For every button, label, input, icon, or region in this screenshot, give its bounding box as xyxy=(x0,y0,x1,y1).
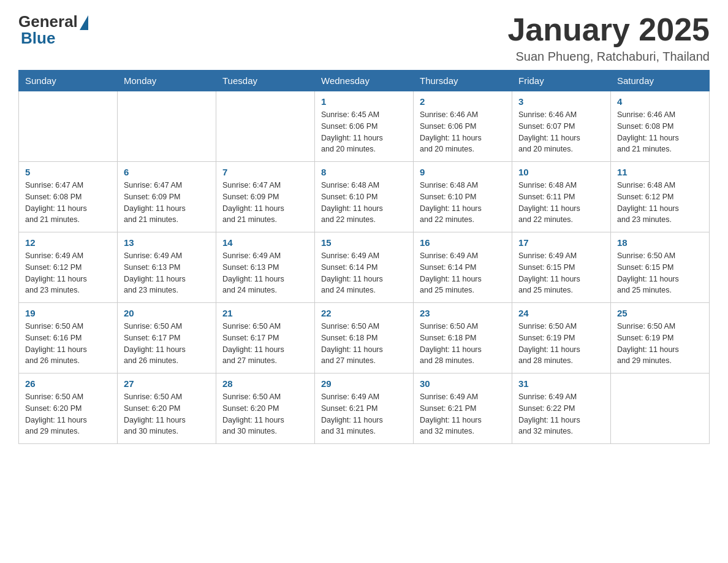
day-info: Sunrise: 6:50 AM Sunset: 6:19 PM Dayligh… xyxy=(617,321,703,367)
calendar-cell: 21Sunrise: 6:50 AM Sunset: 6:17 PM Dayli… xyxy=(216,303,315,373)
day-number: 15 xyxy=(321,237,407,248)
day-info: Sunrise: 6:50 AM Sunset: 6:16 PM Dayligh… xyxy=(25,321,111,367)
calendar-cell: 27Sunrise: 6:50 AM Sunset: 6:20 PM Dayli… xyxy=(118,373,216,444)
week-row-5: 26Sunrise: 6:50 AM Sunset: 6:20 PM Dayli… xyxy=(19,373,710,444)
logo-blue-text: Blue xyxy=(18,29,55,48)
day-info: Sunrise: 6:48 AM Sunset: 6:10 PM Dayligh… xyxy=(321,180,407,226)
day-info: Sunrise: 6:49 AM Sunset: 6:15 PM Dayligh… xyxy=(518,250,604,296)
calendar-header-row: SundayMondayTuesdayWednesdayThursdayFrid… xyxy=(19,71,710,91)
calendar-cell: 31Sunrise: 6:49 AM Sunset: 6:22 PM Dayli… xyxy=(512,373,611,444)
calendar-cell xyxy=(611,373,710,444)
calendar-cell: 25Sunrise: 6:50 AM Sunset: 6:19 PM Dayli… xyxy=(611,303,710,373)
column-header-saturday: Saturday xyxy=(611,71,710,91)
calendar-cell: 20Sunrise: 6:50 AM Sunset: 6:17 PM Dayli… xyxy=(118,303,216,373)
week-row-1: 1Sunrise: 6:45 AM Sunset: 6:06 PM Daylig… xyxy=(19,91,710,162)
day-number: 21 xyxy=(222,308,308,318)
day-info: Sunrise: 6:48 AM Sunset: 6:12 PM Dayligh… xyxy=(617,180,703,226)
day-info: Sunrise: 6:50 AM Sunset: 6:20 PM Dayligh… xyxy=(124,391,210,437)
column-header-tuesday: Tuesday xyxy=(216,71,315,91)
calendar-cell xyxy=(216,91,315,162)
day-info: Sunrise: 6:50 AM Sunset: 6:20 PM Dayligh… xyxy=(25,391,111,437)
calendar-cell: 18Sunrise: 6:50 AM Sunset: 6:15 PM Dayli… xyxy=(611,232,710,303)
calendar-cell: 7Sunrise: 6:47 AM Sunset: 6:09 PM Daylig… xyxy=(216,162,315,232)
calendar-cell: 3Sunrise: 6:46 AM Sunset: 6:07 PM Daylig… xyxy=(512,91,611,162)
title-section: January 2025 Suan Phueng, Ratchaburi, Th… xyxy=(507,12,710,64)
day-number: 31 xyxy=(518,378,604,389)
day-info: Sunrise: 6:49 AM Sunset: 6:12 PM Dayligh… xyxy=(25,250,111,296)
day-number: 17 xyxy=(518,237,604,248)
day-info: Sunrise: 6:47 AM Sunset: 6:09 PM Dayligh… xyxy=(124,180,210,226)
day-number: 8 xyxy=(321,167,407,177)
day-number: 24 xyxy=(518,308,604,318)
day-info: Sunrise: 6:46 AM Sunset: 6:06 PM Dayligh… xyxy=(420,109,506,155)
column-header-monday: Monday xyxy=(118,71,216,91)
day-number: 6 xyxy=(124,167,210,177)
day-info: Sunrise: 6:50 AM Sunset: 6:19 PM Dayligh… xyxy=(518,321,604,367)
calendar-cell: 2Sunrise: 6:46 AM Sunset: 6:06 PM Daylig… xyxy=(414,91,512,162)
day-number: 27 xyxy=(124,378,210,389)
day-number: 26 xyxy=(25,378,111,389)
day-number: 1 xyxy=(321,96,407,107)
calendar-cell: 1Sunrise: 6:45 AM Sunset: 6:06 PM Daylig… xyxy=(315,91,414,162)
calendar-cell: 11Sunrise: 6:48 AM Sunset: 6:12 PM Dayli… xyxy=(611,162,710,232)
calendar-cell: 5Sunrise: 6:47 AM Sunset: 6:08 PM Daylig… xyxy=(19,162,118,232)
calendar-cell xyxy=(118,91,216,162)
calendar-cell: 26Sunrise: 6:50 AM Sunset: 6:20 PM Dayli… xyxy=(19,373,118,444)
day-info: Sunrise: 6:49 AM Sunset: 6:13 PM Dayligh… xyxy=(124,250,210,296)
day-info: Sunrise: 6:49 AM Sunset: 6:21 PM Dayligh… xyxy=(420,391,506,437)
day-number: 14 xyxy=(222,237,308,248)
calendar-cell: 28Sunrise: 6:50 AM Sunset: 6:20 PM Dayli… xyxy=(216,373,315,444)
day-number: 20 xyxy=(124,308,210,318)
calendar-cell: 4Sunrise: 6:46 AM Sunset: 6:08 PM Daylig… xyxy=(611,91,710,162)
day-number: 2 xyxy=(420,96,506,107)
day-info: Sunrise: 6:46 AM Sunset: 6:08 PM Dayligh… xyxy=(617,109,703,155)
day-info: Sunrise: 6:49 AM Sunset: 6:22 PM Dayligh… xyxy=(518,391,604,437)
column-header-wednesday: Wednesday xyxy=(315,71,414,91)
day-number: 4 xyxy=(617,96,703,107)
calendar-cell: 24Sunrise: 6:50 AM Sunset: 6:19 PM Dayli… xyxy=(512,303,611,373)
day-number: 3 xyxy=(518,96,604,107)
calendar-cell: 30Sunrise: 6:49 AM Sunset: 6:21 PM Dayli… xyxy=(414,373,512,444)
day-info: Sunrise: 6:47 AM Sunset: 6:09 PM Dayligh… xyxy=(222,180,308,226)
day-number: 16 xyxy=(420,237,506,248)
logo-triangle-icon xyxy=(80,15,88,30)
calendar-cell: 29Sunrise: 6:49 AM Sunset: 6:21 PM Dayli… xyxy=(315,373,414,444)
week-row-4: 19Sunrise: 6:50 AM Sunset: 6:16 PM Dayli… xyxy=(19,303,710,373)
day-number: 29 xyxy=(321,378,407,389)
week-row-2: 5Sunrise: 6:47 AM Sunset: 6:08 PM Daylig… xyxy=(19,162,710,232)
calendar-cell: 19Sunrise: 6:50 AM Sunset: 6:16 PM Dayli… xyxy=(19,303,118,373)
column-header-friday: Friday xyxy=(512,71,611,91)
calendar-cell: 9Sunrise: 6:48 AM Sunset: 6:10 PM Daylig… xyxy=(414,162,512,232)
logo: General Blue xyxy=(18,12,88,48)
day-number: 9 xyxy=(420,167,506,177)
calendar-cell: 13Sunrise: 6:49 AM Sunset: 6:13 PM Dayli… xyxy=(118,232,216,303)
calendar-table: SundayMondayTuesdayWednesdayThursdayFrid… xyxy=(18,70,710,444)
day-number: 18 xyxy=(617,237,703,248)
calendar-cell: 6Sunrise: 6:47 AM Sunset: 6:09 PM Daylig… xyxy=(118,162,216,232)
day-number: 30 xyxy=(420,378,506,389)
day-number: 11 xyxy=(617,167,703,177)
day-info: Sunrise: 6:50 AM Sunset: 6:18 PM Dayligh… xyxy=(420,321,506,367)
calendar-cell: 16Sunrise: 6:49 AM Sunset: 6:14 PM Dayli… xyxy=(414,232,512,303)
day-number: 28 xyxy=(222,378,308,389)
calendar-cell: 8Sunrise: 6:48 AM Sunset: 6:10 PM Daylig… xyxy=(315,162,414,232)
column-header-thursday: Thursday xyxy=(414,71,512,91)
day-number: 12 xyxy=(25,237,111,248)
day-info: Sunrise: 6:48 AM Sunset: 6:10 PM Dayligh… xyxy=(420,180,506,226)
calendar-cell: 17Sunrise: 6:49 AM Sunset: 6:15 PM Dayli… xyxy=(512,232,611,303)
day-info: Sunrise: 6:50 AM Sunset: 6:15 PM Dayligh… xyxy=(617,250,703,296)
day-info: Sunrise: 6:50 AM Sunset: 6:17 PM Dayligh… xyxy=(124,321,210,367)
day-number: 19 xyxy=(25,308,111,318)
day-number: 10 xyxy=(518,167,604,177)
calendar-cell: 14Sunrise: 6:49 AM Sunset: 6:13 PM Dayli… xyxy=(216,232,315,303)
location-subtitle: Suan Phueng, Ratchaburi, Thailand xyxy=(507,50,710,64)
month-title: January 2025 xyxy=(507,12,710,47)
day-info: Sunrise: 6:50 AM Sunset: 6:20 PM Dayligh… xyxy=(222,391,308,437)
day-info: Sunrise: 6:45 AM Sunset: 6:06 PM Dayligh… xyxy=(321,109,407,155)
day-number: 25 xyxy=(617,308,703,318)
calendar-cell: 10Sunrise: 6:48 AM Sunset: 6:11 PM Dayli… xyxy=(512,162,611,232)
calendar-cell xyxy=(19,91,118,162)
day-info: Sunrise: 6:49 AM Sunset: 6:14 PM Dayligh… xyxy=(420,250,506,296)
day-info: Sunrise: 6:48 AM Sunset: 6:11 PM Dayligh… xyxy=(518,180,604,226)
day-info: Sunrise: 6:49 AM Sunset: 6:13 PM Dayligh… xyxy=(222,250,308,296)
